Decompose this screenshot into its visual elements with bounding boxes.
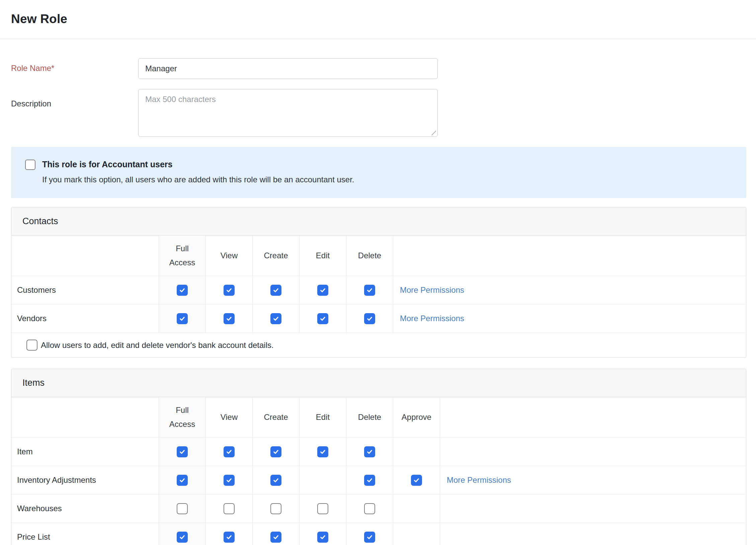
column-header-edit: Edit [299, 397, 346, 437]
description-row: Description [11, 89, 756, 137]
contacts-footer-label: Allow users to add, edit and delete vend… [41, 341, 274, 350]
permission-cell-customers-create [252, 276, 299, 304]
column-header-label: Create [258, 410, 294, 424]
checkbox-item-delete[interactable] [364, 446, 375, 457]
permission-cell-inventory-adjustments-delete [346, 466, 393, 494]
role-name-input[interactable] [138, 58, 438, 79]
more-permissions-cell-vendors: More Permissions [393, 304, 746, 333]
checkbox-customers-view[interactable] [224, 285, 235, 296]
checkbox-customers-delete[interactable] [364, 285, 375, 296]
permission-cell-vendors-view [205, 304, 252, 333]
checkbox-price-list-full-access[interactable] [177, 532, 188, 543]
checkbox-price-list-create[interactable] [270, 532, 281, 543]
permission-cell-price-list-delete [346, 523, 393, 545]
checkbox-inventory-adjustments-full-access[interactable] [177, 475, 188, 486]
checkbox-inventory-adjustments-approve[interactable] [411, 475, 422, 486]
checkbox-vendors-edit[interactable] [317, 313, 328, 324]
checkbox-warehouses-create[interactable] [270, 503, 281, 514]
permission-cell-vendors-full-access [159, 304, 205, 333]
column-header-label: Edit [305, 410, 341, 424]
checkbox-item-create[interactable] [270, 446, 281, 457]
column-header-full-access: Full Access [159, 397, 205, 437]
more-permissions-link-vendors[interactable]: More Permissions [400, 314, 464, 323]
checkbox-warehouses-delete[interactable] [364, 503, 375, 514]
permission-cell-vendors-edit [299, 304, 346, 333]
permission-cell-item-delete [346, 438, 393, 466]
table-row-inventory-adjustments: Inventory AdjustmentsMore Permissions [11, 466, 746, 494]
contacts-section-header: Contacts [11, 207, 746, 236]
permission-cell-price-list-view [205, 523, 252, 545]
checkbox-item-edit[interactable] [317, 446, 328, 457]
permission-cell-inventory-adjustments-view [205, 466, 252, 494]
checkbox-customers-edit[interactable] [317, 285, 328, 296]
checkbox-price-list-delete[interactable] [364, 532, 375, 543]
checkbox-vendors-view[interactable] [224, 313, 235, 324]
permission-cell-inventory-adjustments-create [252, 466, 299, 494]
permission-cell-price-list-approve [393, 523, 440, 545]
permission-cell-item-edit [299, 438, 346, 466]
row-label-vendors: Vendors [11, 314, 159, 323]
checkbox-item-full-access[interactable] [177, 446, 188, 457]
accountant-role-checkbox[interactable] [25, 160, 35, 170]
more-permissions-cell-inventory-adjustments: More Permissions [440, 466, 746, 494]
more-permissions-link-inventory-adjustments[interactable]: More Permissions [447, 475, 511, 485]
permission-cell-inventory-adjustments-full-access [159, 466, 205, 494]
checkbox-customers-full-access[interactable] [177, 285, 188, 296]
checkbox-inventory-adjustments-delete[interactable] [364, 475, 375, 486]
permission-cell-item-full-access [159, 438, 205, 466]
column-header-view: View [205, 236, 252, 276]
checkbox-price-list-edit[interactable] [317, 532, 328, 543]
items-section-header: Items [11, 369, 746, 397]
checkbox-vendors-full-access[interactable] [177, 313, 188, 324]
row-label-inventory-adjustments: Inventory Adjustments [11, 475, 159, 485]
column-header-label: View [211, 249, 247, 263]
checkbox-inventory-adjustments-create[interactable] [270, 475, 281, 486]
role-name-row: Role Name* [11, 58, 756, 79]
description-textarea[interactable] [138, 89, 438, 137]
permission-cell-item-view [205, 438, 252, 466]
column-header-delete: Delete [346, 397, 393, 437]
column-header-label: Delete [352, 410, 388, 424]
column-header-delete: Delete [346, 236, 393, 276]
permission-cell-warehouses-edit [299, 494, 346, 523]
table-row-item: Item [11, 437, 746, 466]
permission-cell-inventory-adjustments-edit [299, 466, 346, 494]
permission-cell-vendors-delete [346, 304, 393, 333]
checkbox-warehouses-full-access[interactable] [177, 503, 188, 514]
table-row-customers: CustomersMore Permissions [11, 276, 746, 304]
more-permissions-cell-price-list [440, 523, 746, 545]
permission-cell-item-approve [393, 438, 440, 466]
checkbox-price-list-view[interactable] [224, 532, 235, 543]
permission-cell-customers-delete [346, 276, 393, 304]
page-title: New Role [11, 12, 756, 26]
contacts-footer-row: Allow users to add, edit and delete vend… [11, 333, 746, 357]
checkbox-warehouses-view[interactable] [224, 503, 235, 514]
checkbox-customers-create[interactable] [270, 285, 281, 296]
column-header-approve: Approve [393, 397, 440, 437]
contacts-footer-checkbox[interactable] [26, 340, 37, 351]
checkbox-warehouses-edit[interactable] [317, 503, 328, 514]
permission-cell-price-list-create [252, 523, 299, 545]
permission-cell-warehouses-approve [393, 494, 440, 523]
items-section-title: Items [22, 378, 45, 388]
checkbox-item-view[interactable] [224, 446, 235, 457]
description-label: Description [11, 89, 138, 137]
column-header-label: Full Access [164, 403, 200, 431]
checkbox-vendors-delete[interactable] [364, 313, 375, 324]
more-permissions-link-customers[interactable]: More Permissions [400, 285, 464, 295]
items-header-tail-cell [440, 397, 746, 437]
column-header-label: Approve [399, 410, 434, 424]
permission-cell-warehouses-full-access [159, 494, 205, 523]
items-section: ItemsFull AccessViewCreateEditDeleteAppr… [11, 369, 746, 545]
role-form: Role Name* Description [0, 39, 756, 137]
more-permissions-cell-warehouses [440, 494, 746, 523]
row-label-customers: Customers [11, 285, 159, 295]
checkbox-vendors-create[interactable] [270, 313, 281, 324]
table-row-price-list: Price List [11, 523, 746, 545]
contacts-section: ContactsFull AccessViewCreateEditDeleteC… [11, 207, 746, 358]
permission-cell-vendors-create [252, 304, 299, 333]
row-label-warehouses: Warehouses [11, 504, 159, 513]
column-header-create: Create [252, 236, 299, 276]
checkbox-inventory-adjustments-view[interactable] [224, 475, 235, 486]
accountant-banner-subtitle: If you mark this option, all users who a… [42, 175, 354, 185]
